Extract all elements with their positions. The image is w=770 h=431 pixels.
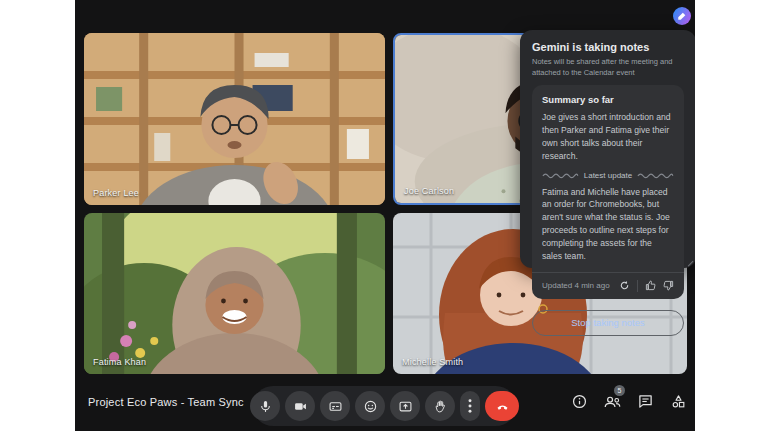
latest-update-body: Fatima and Michelle have placed an order…: [542, 186, 674, 263]
activities-button[interactable]: [667, 388, 689, 414]
video-tile-parker[interactable]: Parker Lee: [84, 33, 385, 205]
camera-icon: [294, 400, 307, 413]
fatima-video-feed: [84, 213, 385, 374]
end-call-icon: [495, 399, 510, 414]
people-button[interactable]: 5: [601, 388, 623, 414]
latest-update-label: Latest update: [584, 171, 632, 180]
raise-hand-button[interactable]: [425, 391, 455, 421]
squiggle-icon: [542, 171, 579, 179]
camera-button[interactable]: [285, 391, 315, 421]
present-screen-icon: [399, 400, 412, 413]
video-tile-fatima[interactable]: Fatima Khan: [84, 213, 385, 374]
summary-body: Joe gives a short introduction and then …: [542, 111, 674, 163]
end-call-button[interactable]: [485, 391, 519, 421]
stop-taking-notes-button[interactable]: Stop taking notes: [532, 310, 684, 336]
captions-button[interactable]: [320, 391, 350, 421]
microphone-icon: [259, 400, 272, 413]
captions-icon: [329, 400, 342, 413]
panel-resize-handle[interactable]: [684, 257, 694, 267]
present-screen-button[interactable]: [390, 391, 420, 421]
chat-button[interactable]: [634, 388, 656, 414]
gemini-pen-icon: [677, 11, 687, 21]
meet-window: Parker Lee Joe Carl: [75, 0, 695, 431]
participant-name-label: Joe Carlson: [404, 186, 454, 196]
thumbs-up-button[interactable]: [645, 280, 656, 291]
screenshot-frame: Parker Lee Joe Carl: [0, 0, 770, 431]
gemini-notes-panel: Gemini is taking notes Notes will be sha…: [520, 30, 695, 268]
summary-card: Summary so far Joe gives a short introdu…: [532, 85, 684, 299]
reactions-icon: [364, 400, 377, 413]
panel-title: Gemini is taking notes: [532, 41, 684, 53]
updated-row: Updated 4 min ago: [542, 273, 674, 299]
thumbs-up-icon: [645, 280, 656, 291]
reactions-button[interactable]: [355, 391, 385, 421]
people-count-badge: 5: [614, 385, 625, 396]
call-controls-dock: [253, 386, 516, 426]
participant-name-label: Parker Lee: [93, 188, 139, 198]
refresh-button[interactable]: [619, 280, 630, 291]
updated-timestamp: Updated 4 min ago: [542, 281, 619, 290]
meeting-title: Project Eco Paws - Team Sync: [88, 396, 244, 408]
meeting-info-button[interactable]: [568, 388, 590, 414]
parker-video-feed: [84, 33, 385, 205]
panel-subtitle: Notes will be shared after the meeting a…: [532, 57, 684, 78]
raise-hand-icon: [434, 400, 447, 413]
participant-name-label: Michelle Smith: [402, 357, 463, 367]
refresh-icon: [619, 280, 630, 291]
chat-icon: [638, 394, 653, 409]
more-options-icon: [468, 399, 472, 413]
actions-divider: [637, 280, 638, 292]
summary-title: Summary so far: [542, 94, 674, 105]
microphone-button[interactable]: [250, 391, 280, 421]
activities-icon: [671, 394, 686, 409]
meeting-panels-dock: 5: [568, 388, 689, 414]
latest-update-divider: Latest update: [542, 171, 674, 180]
squiggle-icon: [637, 171, 674, 179]
thumbs-down-button[interactable]: [663, 280, 674, 291]
info-icon: [572, 394, 587, 409]
gemini-button[interactable]: [673, 7, 691, 25]
thumbs-down-icon: [663, 280, 674, 291]
participant-name-label: Fatima Khan: [93, 357, 146, 367]
more-options-button[interactable]: [460, 391, 480, 421]
